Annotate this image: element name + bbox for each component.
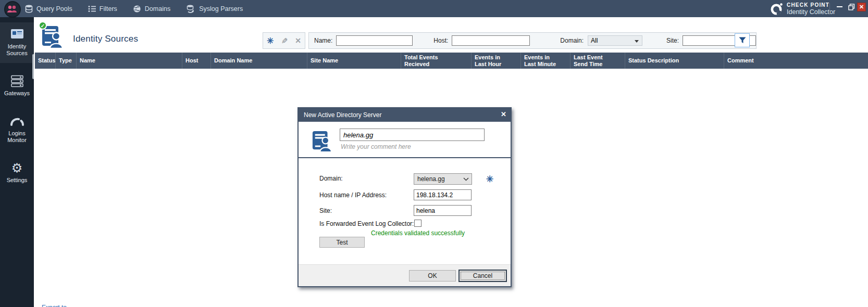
dialog-titlebar: New Active Directory Server ✕ (299, 108, 511, 122)
menu-syslog-parsers[interactable]: Syslog Parsers (186, 5, 243, 13)
titlebar-divider (829, 3, 830, 15)
sidebar-item-label: Gateways (1, 90, 33, 97)
sidebar-item-label: Logins Monitor (1, 130, 33, 144)
host-input[interactable] (414, 189, 472, 200)
menu-label: Domains (145, 5, 170, 12)
sidebar-item-settings[interactable]: ⚙ Settings (0, 157, 34, 189)
filter-list-icon (88, 5, 96, 12)
new-ad-server-dialog: New Active Directory Server ✕ Write your… (297, 107, 512, 287)
column-header-last-event-send-time[interactable]: Last EventSend Time (571, 53, 625, 69)
name-filter-label: Name: (314, 37, 332, 44)
menu-label: Syslog Parsers (199, 5, 243, 12)
close-icon: ✕ (859, 3, 864, 11)
syslog-parser-icon (186, 5, 195, 13)
domain-value: helena.gg (417, 175, 445, 183)
filter-bar: Name: Host: Domain: All Site: (308, 32, 757, 49)
sidebar-item-label: Identity Sources (1, 43, 33, 57)
export-link[interactable]: Export to... (42, 304, 72, 307)
actions-toolbar: ✳ ✎ ✕ (263, 32, 305, 49)
domain-label: Domain: (319, 175, 343, 182)
identity-collector-window: Query Pools Filters Domains (0, 0, 868, 307)
column-header-status[interactable]: Status (35, 53, 56, 69)
column-header-name[interactable]: Name (77, 53, 182, 69)
sidebar-item-logins-monitor[interactable]: Logins Monitor (0, 110, 34, 149)
domain-dropdown[interactable]: helena.gg (414, 173, 472, 185)
app-logo (4, 1, 21, 18)
column-header-events-last-minute[interactable]: Events inLast Minute (521, 53, 571, 69)
menu-query-pools[interactable]: Query Pools (25, 5, 72, 13)
brand-name: CHECK POINT (787, 2, 835, 8)
test-button[interactable]: Test (319, 237, 365, 248)
sidebar-item-identity-sources[interactable]: Identity Sources (0, 22, 34, 63)
dialog-title: New Active Directory Server (304, 111, 381, 119)
sidebar-item-label: Settings (1, 177, 33, 184)
new-source-button[interactable]: ✳ (267, 37, 274, 45)
brand-product: Identity Collector (787, 8, 835, 16)
cancel-button[interactable]: Cancel (458, 270, 507, 282)
column-header-status-description[interactable]: Status Description (625, 53, 724, 69)
column-header-events-last-hour[interactable]: Events inLast Hour (472, 53, 521, 69)
site-filter-label: Site: (666, 37, 679, 44)
delete-source-button[interactable]: ✕ (295, 37, 301, 45)
ok-button[interactable]: OK (409, 270, 456, 282)
edit-source-button[interactable]: ✎ (281, 37, 288, 45)
dialog-header: Write your comment here (299, 122, 511, 158)
sidebar-item-gateways[interactable]: Gateways (0, 70, 34, 102)
sidebar: Identity Sources Gateways (0, 17, 34, 307)
brand: CHECK POINT Identity Collector (770, 2, 835, 16)
top-menu: Query Pools Filters Domains (25, 0, 243, 17)
logins-monitor-icon (1, 114, 33, 128)
host-filter-label: Host: (433, 37, 448, 44)
chevron-down-icon (463, 177, 469, 181)
people-icon (7, 5, 18, 14)
minimize-button[interactable] (835, 3, 844, 11)
domain-filter-value: All (591, 37, 598, 44)
settings-gear-icon: ⚙ (1, 161, 33, 175)
add-domain-button[interactable]: ✳ (486, 174, 493, 185)
site-label: Site: (319, 207, 332, 214)
domain-filter-dropdown[interactable]: All (588, 35, 642, 46)
name-filter-input[interactable] (336, 35, 413, 46)
column-header-comment[interactable]: Comment (724, 53, 868, 69)
minimize-icon (837, 6, 842, 7)
identity-sources-icon (1, 28, 33, 41)
page-title: Identity Sources (73, 34, 138, 44)
dialog-body: Domain: helena.gg ✳ Host name / IP Addre… (299, 158, 511, 264)
forwarded-collector-checkbox[interactable] (414, 220, 421, 227)
host-label: Host name / IP Address: (319, 191, 387, 199)
column-header-domain-name[interactable]: Domain Name (211, 53, 307, 69)
comment-placeholder[interactable]: Write your comment here (341, 143, 411, 150)
globe-icon (133, 5, 141, 13)
dialog-footer: OK Cancel (299, 264, 511, 286)
titlebar: Query Pools Filters Domains (0, 0, 868, 17)
server-name-input[interactable] (340, 129, 485, 141)
column-header-site-name[interactable]: Site Name (307, 53, 401, 69)
gateways-icon (1, 74, 33, 88)
domain-filter-label: Domain: (560, 37, 584, 44)
funnel-icon (739, 37, 746, 44)
page-icon: ✓ (41, 24, 65, 48)
forwarded-collector-label: Is Forwarded Event Log Collector: (319, 220, 414, 227)
site-input[interactable] (414, 205, 472, 216)
restore-icon (848, 4, 855, 10)
restore-button[interactable] (847, 3, 855, 11)
chevron-down-icon (635, 40, 639, 43)
column-header-total-events[interactable]: Total EventsRecieved (401, 53, 472, 69)
checkpoint-logo-icon (770, 2, 784, 16)
validation-message: Credentials validated successfully (371, 229, 465, 237)
apply-filter-button[interactable] (735, 33, 750, 47)
dialog-close-icon[interactable]: ✕ (501, 110, 506, 118)
menu-domains[interactable]: Domains (133, 5, 170, 13)
menu-label: Filters (100, 5, 117, 12)
column-header-type[interactable]: Type (56, 53, 77, 69)
host-filter-input[interactable] (452, 35, 530, 46)
table-header-row: Status Type Name Host Domain Name Site N… (35, 53, 868, 69)
ad-server-icon (311, 130, 334, 152)
database-icon (25, 5, 33, 13)
menu-label: Query Pools (36, 5, 72, 12)
status-ok-badge: ✓ (39, 21, 47, 30)
column-header-host[interactable]: Host (182, 53, 211, 69)
menu-filters[interactable]: Filters (88, 5, 117, 12)
close-button[interactable]: ✕ (857, 3, 866, 11)
